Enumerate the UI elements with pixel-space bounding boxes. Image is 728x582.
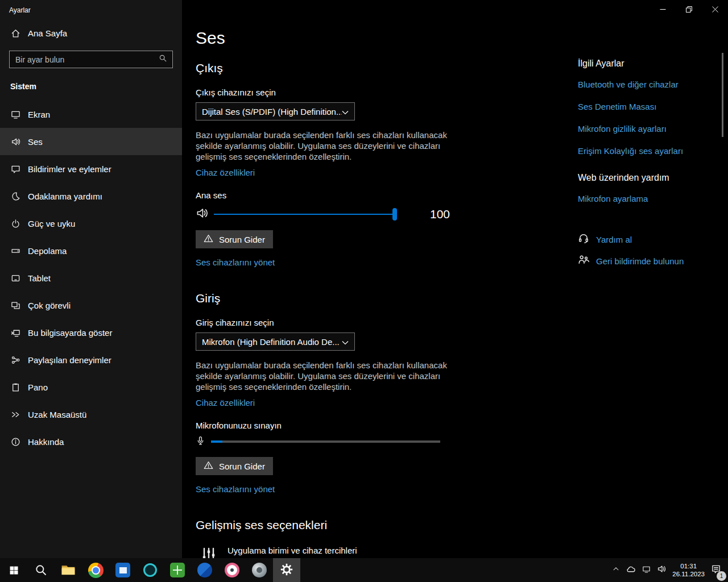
minimize-button[interactable]: [650, 0, 676, 18]
feedback-link[interactable]: Geri bildirimde bulunun: [596, 256, 684, 266]
tray-monitor-icon[interactable]: [642, 565, 651, 576]
notifications-icon: [10, 164, 20, 174]
close-button[interactable]: [702, 0, 728, 18]
output-heading: Çıkış: [196, 61, 465, 75]
mic-level-meter: [211, 440, 440, 443]
project-icon: [10, 327, 20, 338]
input-description: Bazı uygulamalar burada seçilenden farkl…: [196, 360, 465, 392]
output-device-value: Dijital Ses (S/PDIF) (High Definition...: [202, 107, 342, 117]
settings-search-box[interactable]: [9, 51, 173, 68]
input-heading: Giriş: [196, 292, 465, 305]
sidebar-item-label: Güç ve uyku: [28, 219, 75, 228]
sidebar-item-label: Tablet: [28, 273, 51, 283]
taskbar-app-green-button[interactable]: [164, 558, 191, 582]
mic-test-label: Mikrofonunuzu sınayın: [196, 421, 465, 431]
sidebar-item-uzak-masaustu[interactable]: Uzak Masaüstü: [0, 401, 182, 428]
taskbar-search-button[interactable]: [27, 558, 55, 582]
taskbar-app-pink-button[interactable]: [218, 558, 246, 582]
output-device-properties-link[interactable]: Cihaz özellikleri: [196, 168, 255, 178]
input-device-dropdown[interactable]: Mikrofon (High Definition Audio De...: [196, 332, 355, 351]
input-device-value: Mikrofon (High Definition Audio De...: [202, 337, 340, 347]
taskbar-app-teal-button[interactable]: [136, 558, 164, 582]
related-link-mic-privacy[interactable]: Mikrofon gizlilik ayarları: [578, 124, 728, 134]
taskbar-clock[interactable]: 01:31 26.11.2023: [672, 562, 705, 578]
advanced-heading: Gelişmiş ses seçenekleri: [196, 518, 465, 532]
chevron-down-icon: [342, 107, 349, 117]
input-troubleshoot-button[interactable]: Sorun Gider: [196, 457, 273, 475]
get-help-item[interactable]: Yardım al: [578, 232, 728, 246]
chrome-icon: [88, 563, 104, 578]
start-button[interactable]: [0, 558, 27, 582]
get-help-link[interactable]: Yardım al: [596, 235, 632, 244]
feedback-item[interactable]: Geri bildirimde bulunun: [578, 254, 728, 268]
gray-app-icon: [252, 563, 267, 577]
taskbar-app-blue2-button[interactable]: [191, 558, 218, 582]
input-device-label: Giriş cihazınızı seçin: [196, 318, 465, 328]
input-manage-devices-link[interactable]: Ses cihazlarını yönet: [196, 484, 275, 494]
app-volume-preferences-title: Uygulama birimi ve cihaz tercihleri: [228, 546, 448, 556]
sidebar-item-label: Uzak Masaüstü: [28, 410, 86, 419]
related-link-ease-of-access[interactable]: Erişim Kolaylığı ses ayarları: [578, 146, 728, 156]
mic-level-fill: [211, 440, 222, 443]
output-device-label: Çıkış cihazınızı seçin: [196, 88, 465, 98]
shared-experiences-icon: [10, 355, 20, 365]
page-title: Ses: [196, 28, 465, 48]
remote-desktop-icon: [10, 409, 20, 419]
window-title: Ayarlar: [0, 0, 182, 14]
sidebar-item-hakkinda[interactable]: Hakkında: [0, 428, 182, 455]
sidebar-nav: Ekran Ses Bildirimler ve eylemler Odakla…: [0, 101, 182, 455]
blue-app-2-icon: [197, 563, 212, 577]
master-volume-slider[interactable]: [214, 208, 397, 221]
volume-slider-track: [214, 214, 397, 215]
app-volume-preferences-item[interactable]: Uygulama birimi ve cihaz tercihleri Uygu…: [196, 546, 465, 558]
taskbar-app-blue-button[interactable]: [109, 558, 136, 582]
output-troubleshoot-button[interactable]: Sorun Gider: [196, 230, 273, 248]
search-icon[interactable]: [159, 54, 167, 65]
related-settings-panel: İlgili Ayarlar Bluetooth ve diğer cihazl…: [578, 58, 728, 268]
taskbar-settings-button[interactable]: [273, 558, 300, 582]
tray-cloud-icon[interactable]: [626, 564, 636, 576]
sidebar-item-ekran[interactable]: Ekran: [0, 101, 182, 128]
sidebar-item-cok-gorevli[interactable]: Çok görevli: [0, 292, 182, 319]
scrollbar-thumb[interactable]: [722, 53, 723, 137]
tray-chevron-up-icon[interactable]: [612, 565, 620, 575]
home-label: Ana Sayfa: [28, 28, 67, 38]
related-link-bluetooth[interactable]: Bluetooth ve diğer cihazlar: [578, 80, 728, 90]
sidebar-item-projecting[interactable]: Bu bilgisayarda göster: [0, 319, 182, 346]
volume-slider-handle[interactable]: [392, 208, 397, 221]
sidebar-item-paylasilan-deneyimler[interactable]: Paylaşılan deneyimler: [0, 346, 182, 373]
tray-time: 01:31: [672, 562, 705, 570]
sidebar-item-odaklanma[interactable]: Odaklanma yardımı: [0, 182, 182, 210]
restore-button[interactable]: [676, 0, 702, 18]
tablet-icon: [10, 273, 20, 283]
sidebar-item-ses[interactable]: Ses: [0, 128, 182, 155]
mic-test-row: [196, 436, 465, 447]
help-link-mic-setup[interactable]: Mikrofon ayarlama: [578, 194, 728, 204]
app-volume-preferences-text: Uygulama birimi ve cihaz tercihleri Uygu…: [228, 546, 448, 558]
sidebar-item-bildirimler[interactable]: Bildirimler ve eylemler: [0, 155, 182, 182]
sidebar-item-guc-ve-uyku[interactable]: Güç ve uyku: [0, 210, 182, 237]
taskbar-chrome-button[interactable]: [82, 558, 109, 582]
taskbar-file-explorer-button[interactable]: [55, 558, 82, 582]
tray-speaker-icon[interactable]: [657, 564, 666, 576]
sidebar-item-tablet[interactable]: Tablet: [0, 264, 182, 292]
headset-icon: [578, 232, 589, 246]
output-device-dropdown[interactable]: Dijital Ses (S/PDIF) (High Definition...: [196, 102, 355, 120]
related-link-sound-control-panel[interactable]: Ses Denetim Masası: [578, 102, 728, 112]
master-volume-row: 100: [196, 207, 465, 221]
taskbar: 01:31 26.11.2023 1: [0, 558, 728, 582]
sidebar-item-label: Hakkında: [28, 437, 64, 447]
output-description: Bazı uygulamalar burada seçilenden farkl…: [196, 130, 465, 162]
feedback-person-icon: [578, 254, 589, 268]
speaker-icon: [10, 136, 20, 147]
sidebar-item-pano[interactable]: Pano: [0, 373, 182, 401]
sidebar-item-depolama[interactable]: Depolama: [0, 237, 182, 264]
mixer-icon: [199, 546, 218, 558]
output-manage-devices-link[interactable]: Ses cihazlarını yönet: [196, 257, 275, 268]
taskbar-app-gray-button[interactable]: [246, 558, 273, 582]
search-input[interactable]: [15, 55, 159, 64]
input-device-properties-link[interactable]: Cihaz özellikleri: [196, 398, 255, 408]
volume-speaker-icon: [196, 207, 208, 222]
sidebar-item-label: Ses: [28, 137, 43, 147]
sidebar-item-home[interactable]: Ana Sayfa: [0, 22, 182, 44]
